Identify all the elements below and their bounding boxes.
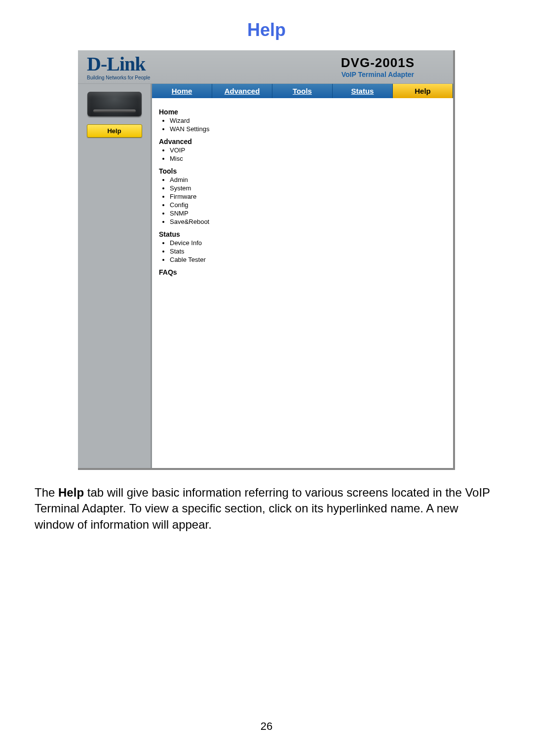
product-model: DVG-2001S	[341, 55, 415, 71]
caption-paragraph: The Help tab will give basic information…	[35, 485, 498, 533]
help-link-voip[interactable]: VOIP	[170, 146, 446, 154]
help-link-save-reboot[interactable]: Save&Reboot	[170, 218, 446, 225]
caption-bold: Help	[58, 486, 84, 499]
help-link-admin[interactable]: Admin	[170, 176, 446, 183]
help-link-wizard[interactable]: Wizard	[170, 117, 446, 124]
help-link-device-info[interactable]: Device Info	[170, 239, 446, 247]
help-content: Home Wizard WAN Settings Advanced VOIP M…	[152, 98, 453, 468]
tab-help[interactable]: Help	[393, 84, 453, 98]
help-link-firmware[interactable]: Firmware	[170, 193, 446, 200]
help-link-snmp[interactable]: SNMP	[170, 210, 446, 217]
help-link-stats[interactable]: Stats	[170, 248, 446, 255]
section-heading-advanced: Advanced	[159, 138, 446, 145]
section-heading-status: Status	[159, 230, 446, 238]
brand-name: D-Link	[87, 54, 150, 74]
tab-status[interactable]: Status	[333, 84, 393, 98]
sidebar-help-button[interactable]: Help	[87, 124, 142, 138]
page-number: 26	[30, 720, 503, 733]
help-link-wan-settings[interactable]: WAN Settings	[170, 125, 446, 133]
help-link-misc[interactable]: Misc	[170, 155, 446, 162]
brand-tagline: Building Networks for People	[87, 75, 150, 80]
product-subtitle: VoIP Terminal Adapter	[341, 71, 415, 78]
tab-home[interactable]: Home	[152, 84, 212, 98]
product-title-block: DVG-2001S VoIP Terminal Adapter	[341, 55, 415, 80]
help-link-config[interactable]: Config	[170, 201, 446, 209]
router-header: D-Link Building Networks for People DVG-…	[78, 50, 453, 84]
tab-advanced[interactable]: Advanced	[212, 84, 272, 98]
section-heading-home: Home	[159, 108, 446, 116]
page-title: Help	[30, 20, 503, 40]
router-admin-screenshot: D-Link Building Networks for People DVG-…	[78, 50, 455, 470]
tab-bar: Home Advanced Tools Status Help	[152, 84, 453, 98]
device-thumbnail	[87, 92, 142, 116]
tab-tools[interactable]: Tools	[272, 84, 333, 98]
help-link-cable-tester[interactable]: Cable Tester	[170, 256, 446, 263]
help-link-system[interactable]: System	[170, 184, 446, 192]
sidebar: Help	[78, 84, 152, 468]
help-link-faqs[interactable]: FAQs	[159, 268, 446, 276]
caption-rest: tab will give basic information referrin…	[35, 486, 490, 531]
section-heading-tools: Tools	[159, 167, 446, 175]
caption-prefix: The	[35, 486, 58, 499]
brand-logo: D-Link Building Networks for People	[87, 54, 150, 80]
